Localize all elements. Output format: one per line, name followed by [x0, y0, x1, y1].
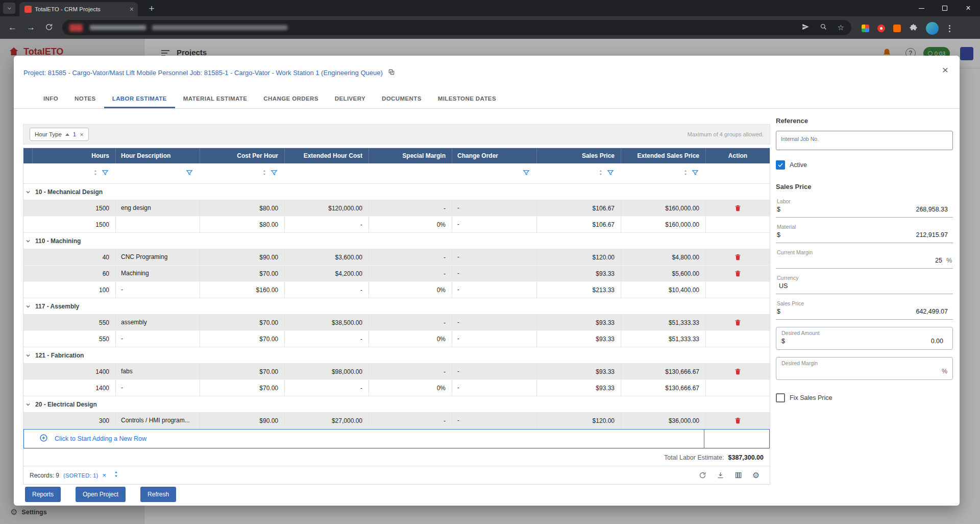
tab-info[interactable]: INFO — [35, 89, 66, 108]
filter-icon[interactable] — [186, 169, 193, 178]
column-header-special-margin[interactable]: Special Margin — [369, 148, 452, 163]
tab-notes[interactable]: NOTES — [66, 89, 104, 108]
share-icon[interactable] — [802, 23, 810, 33]
cell-desc: Machining — [116, 266, 200, 281]
filter-icon[interactable] — [692, 169, 699, 178]
tab-close-icon[interactable]: × — [130, 6, 134, 13]
check-icon — [777, 162, 783, 168]
back-icon[interactable]: ← — [8, 22, 17, 33]
refresh-grid-icon[interactable] — [699, 471, 706, 479]
field-sales-price[interactable]: Sales Price$642,499.07 — [776, 300, 953, 320]
estimate-row: 1500eng design$80.00$120,000.00--$106.67… — [23, 200, 770, 217]
group-summary-row: 1400-$70.00-0%-$93.33$130,666.67 — [23, 380, 770, 396]
collapse-group-icon[interactable] — [23, 401, 33, 408]
browser-toolbar: ← → ☆ — [0, 16, 980, 39]
cell-action — [706, 282, 770, 298]
column-header-action[interactable]: Action — [706, 148, 770, 163]
column-header-extended-sales-price[interactable]: Extended Sales Price — [621, 148, 706, 163]
field-label: Material — [777, 224, 952, 230]
forward-icon[interactable]: → — [27, 22, 35, 33]
modal-actions: Reports Open Project Refresh — [25, 487, 176, 502]
column-header-sales-price[interactable]: Sales Price — [537, 148, 621, 163]
field-desired-margin[interactable]: Desired Margin% — [776, 357, 953, 380]
collapse-group-icon[interactable] — [23, 189, 33, 195]
sort-spinner-icon[interactable] — [598, 169, 603, 178]
tab-labor-estimate[interactable]: LABOR ESTIMATE — [104, 89, 175, 108]
open-project-button[interactable]: Open Project — [76, 487, 126, 502]
field-material[interactable]: Material$212,915.97 — [776, 223, 953, 243]
grid-settings-icon[interactable]: ⚙ — [752, 471, 760, 480]
tab-documents[interactable]: DOCUMENTS — [374, 89, 430, 108]
reload-icon[interactable] — [45, 23, 53, 34]
field-desired-amount[interactable]: Desired Amount$0.00 — [776, 327, 953, 350]
cell-sales: $106.67 — [537, 217, 621, 232]
filter-icon[interactable] — [607, 169, 614, 178]
sorted-badge[interactable]: (SORTED: 1) — [63, 472, 99, 479]
filter-icon[interactable] — [271, 169, 278, 178]
browser-menu-icon[interactable] — [947, 23, 952, 34]
delete-row-icon[interactable] — [734, 270, 742, 277]
tab-milestone-dates[interactable]: MILESTONE DATES — [430, 89, 504, 108]
cell-sales: $93.33 — [537, 331, 621, 347]
cell-hours: 550 — [33, 331, 116, 347]
clear-sort-icon[interactable]: × — [103, 471, 107, 479]
download-icon[interactable] — [717, 471, 724, 479]
window-close-button[interactable]: × — [957, 0, 980, 16]
new-tab-button[interactable]: + — [145, 2, 158, 15]
modal-close-icon[interactable]: × — [942, 64, 948, 75]
bookmark-star-icon[interactable]: ☆ — [838, 23, 844, 32]
delete-row-icon[interactable] — [734, 319, 742, 326]
columns-icon[interactable] — [734, 471, 742, 479]
delete-row-icon[interactable] — [734, 204, 742, 212]
active-checkbox[interactable] — [776, 160, 785, 170]
address-bar[interactable]: ☆ — [62, 20, 851, 35]
field-current-margin[interactable]: Current Margin25% — [776, 249, 953, 269]
zoom-icon[interactable] — [820, 23, 827, 33]
internal-job-no-input[interactable]: Internal Job No. — [776, 131, 953, 150]
collapse-group-icon[interactable] — [23, 303, 33, 309]
extension-icon[interactable] — [877, 25, 885, 32]
refresh-button[interactable]: Refresh — [140, 487, 176, 502]
maximize-button[interactable] — [933, 0, 957, 16]
sort-spinner-icon[interactable] — [93, 169, 98, 178]
reports-button[interactable]: Reports — [25, 487, 61, 502]
browser-profile-avatar[interactable] — [926, 22, 939, 35]
extension-icon[interactable] — [862, 25, 869, 32]
filter-icon[interactable] — [523, 169, 530, 178]
tab-delivery[interactable]: DELIVERY — [327, 89, 374, 108]
tab-material-estimate[interactable]: MATERIAL ESTIMATE — [175, 89, 256, 108]
delete-row-icon[interactable] — [734, 368, 742, 375]
column-header-hours[interactable]: Hours — [33, 148, 116, 163]
column-header-cost-per-hour[interactable]: Cost Per Hour — [200, 148, 285, 163]
column-header-extended-hour-cost[interactable]: Extended Hour Cost — [285, 148, 369, 163]
add-row-button[interactable]: Click to Start Adding a New Row — [23, 429, 770, 448]
delete-row-icon[interactable] — [734, 417, 742, 424]
delete-row-icon[interactable] — [734, 253, 742, 261]
group-chip-hour-type[interactable]: Hour Type 1 × — [30, 128, 89, 141]
collapse-group-icon[interactable] — [23, 238, 33, 244]
column-header-change-order[interactable]: Change Order — [452, 148, 537, 163]
browser-tab[interactable]: TotalETO - CRM Projects × — [19, 2, 138, 16]
remove-group-icon[interactable]: × — [80, 131, 84, 138]
copy-icon[interactable] — [388, 68, 395, 77]
field-currency[interactable]: CurrencyUS — [776, 274, 953, 294]
add-row-label: Click to Start Adding a New Row — [55, 435, 146, 442]
fix-sales-price-row[interactable]: Fix Sales Price — [776, 393, 953, 402]
sort-order-icon[interactable] — [113, 470, 119, 480]
tab-bar: INFONOTESLABOR ESTIMATEMATERIAL ESTIMATE… — [14, 89, 960, 109]
tab-search-chevron-icon[interactable] — [3, 3, 15, 14]
tab-change-orders[interactable]: CHANGE ORDERS — [255, 89, 326, 108]
extensions-puzzle-icon[interactable] — [909, 23, 918, 34]
field-labor[interactable]: Labor$268,958.33 — [776, 198, 953, 218]
sort-spinner-icon[interactable] — [683, 169, 688, 178]
fix-sales-price-checkbox[interactable] — [776, 393, 785, 402]
sort-spinner-icon[interactable] — [262, 169, 267, 178]
project-title-link[interactable]: Project: 81585 - Cargo-Vator/Mast Lift M… — [23, 68, 395, 77]
group-header-row: 20 - Electrical Design — [23, 396, 770, 413]
column-header-hour-description[interactable]: Hour Description — [116, 148, 200, 163]
collapse-group-icon[interactable] — [23, 352, 33, 359]
minimize-button[interactable] — [910, 0, 933, 16]
active-checkbox-row[interactable]: Active — [776, 160, 953, 170]
extension-icon[interactable] — [893, 25, 901, 32]
filter-icon[interactable] — [102, 169, 109, 178]
